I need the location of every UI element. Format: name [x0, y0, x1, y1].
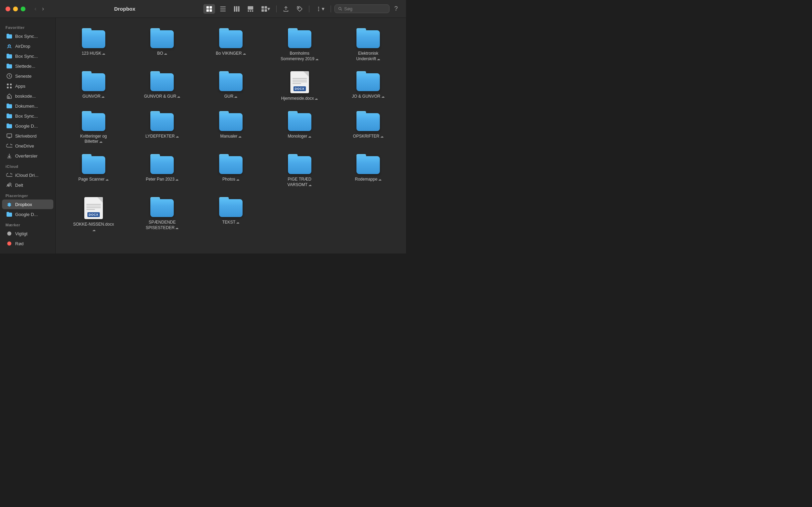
file-item-f9[interactable]: DOCX Hjemmeside.docx☁ [269, 68, 331, 104]
cloud-badge: ☁ [308, 183, 312, 187]
file-item-f6[interactable]: GUNVOR☁ [63, 68, 125, 104]
sidebar-item-google-d2[interactable]: Google D... [2, 209, 53, 219]
file-label: 123 HUSK☁ [82, 51, 105, 56]
back-button[interactable]: ‹ [32, 4, 39, 13]
file-grid: 123 HUSK☁ BO☁ Bo VIKINGER☁ Bornholms Som… [56, 18, 406, 254]
svg-rect-6 [220, 11, 226, 11]
gallery-view-button[interactable] [245, 4, 256, 14]
sidebar-item-label: iCloud Dri... [15, 173, 39, 178]
file-item-f22[interactable]: SPÆNDENDE SPISESTEDER☁ [131, 194, 193, 235]
file-item-f19[interactable]: PIGE TRÆD VARSOMT☁ [269, 151, 331, 190]
file-label: Elektronisk Underskrift☁ [348, 51, 389, 62]
svg-point-19 [318, 7, 319, 8]
file-item-f15[interactable]: OPSKRIFTER☁ [337, 108, 399, 147]
file-item-f23[interactable]: TEKST☁ [200, 194, 262, 235]
list-view-button[interactable] [217, 4, 229, 14]
sidebar-section-placeringer: Placeringer [0, 190, 55, 199]
search-input[interactable] [344, 6, 386, 11]
sidebar-item-rod[interactable]: Rød [2, 239, 53, 248]
close-button[interactable] [6, 7, 10, 11]
file-label: Page Scanner☁ [78, 177, 109, 182]
titlebar: ‹ › Dropbox [0, 0, 406, 18]
folder-icon [6, 211, 12, 217]
sidebar-item-dokumenter[interactable]: Dokumen... [2, 101, 53, 111]
separator [276, 6, 277, 12]
file-item-f20[interactable]: Rodemappe☁ [337, 151, 399, 190]
column-view-button[interactable] [231, 4, 243, 14]
file-item-f4[interactable]: Bornholms Sommerrevy 2019☁ [269, 25, 331, 64]
cloud-badge: ☁ [236, 220, 239, 225]
sidebar-item-label: Delt [15, 183, 23, 188]
file-item-f1[interactable]: 123 HUSK☁ [63, 25, 125, 64]
file-item-f16[interactable]: Page Scanner☁ [63, 151, 125, 190]
more-view-button[interactable]: ▾ [258, 4, 273, 14]
svg-point-21 [318, 10, 319, 11]
file-label: SPÆNDENDE SPISESTEDER☁ [141, 220, 183, 230]
maximize-button[interactable] [21, 7, 25, 11]
file-item-f18[interactable]: Photos☁ [200, 151, 262, 190]
folder-icon [150, 154, 174, 174]
sidebar-item-boskode[interactable]: boskode... [2, 91, 53, 101]
sidebar-item-skrivebord[interactable]: Skrivebord [2, 131, 53, 141]
sidebar-item-vigtigt[interactable]: Vigtigt [2, 229, 53, 238]
folder-icon [219, 111, 243, 131]
svg-rect-2 [206, 9, 209, 12]
svg-line-23 [341, 9, 342, 10]
file-item-f8[interactable]: GUR☁ [200, 68, 262, 104]
svg-point-22 [339, 7, 341, 10]
file-item-f13[interactable]: Manualer☁ [200, 108, 262, 147]
sidebar-item-label: boskode... [15, 94, 36, 99]
sidebar-item-dropbox[interactable]: Dropbox [2, 199, 53, 209]
file-item-f2[interactable]: BO☁ [131, 25, 193, 64]
folder-icon [82, 71, 105, 91]
file-item-f12[interactable]: LYDEFFEKTER☁ [131, 108, 193, 147]
shared-icon [6, 182, 12, 188]
file-item-f14[interactable]: Monologer☁ [269, 108, 331, 147]
sidebar-item-delt[interactable]: Delt [2, 180, 53, 190]
sidebar-item-label: Apps [15, 84, 25, 89]
help-button[interactable]: ? [392, 4, 400, 14]
sidebar-item-slettede[interactable]: Slettede... [2, 61, 53, 71]
file-item-f17[interactable]: Peter Pan 2023☁ [131, 151, 193, 190]
folder-icon [6, 53, 12, 59]
file-item-f7[interactable]: GUNVOR & GUR☁ [131, 68, 193, 104]
file-item-f21[interactable]: DOCX SOKKE-NISSEN.docx☁ [63, 194, 125, 235]
sidebar-item-box-sync-3[interactable]: Box Sync... [2, 111, 53, 121]
sidebar-item-label: Skrivebord [15, 133, 36, 139]
sidebar-item-airdrop[interactable]: AirDrop [2, 41, 53, 51]
forward-button[interactable]: › [40, 4, 46, 13]
more-actions-button[interactable]: ▾ [313, 4, 327, 14]
share-button[interactable] [280, 4, 292, 14]
minimize-button[interactable] [13, 7, 18, 11]
sidebar-item-google-d[interactable]: Google D... [2, 121, 53, 131]
search-box[interactable] [334, 4, 389, 13]
sidebar-item-icloud-drive[interactable]: iCloud Dri... [2, 170, 53, 180]
folder-icon [356, 71, 380, 91]
sidebar-item-apps[interactable]: Apps [2, 81, 53, 91]
file-item-f5[interactable]: Elektronisk Underskrift☁ [337, 25, 399, 64]
file-item-f10[interactable]: JO & GUNVOR☁ [337, 68, 399, 104]
svg-point-20 [318, 8, 319, 9]
cloud-badge: ☁ [314, 96, 318, 101]
sidebar-item-box-sync-1[interactable]: Box Sync... [2, 31, 53, 41]
svg-rect-31 [7, 134, 12, 137]
sidebar-item-overforsler[interactable]: Overførsler [2, 151, 53, 161]
folder-icon [288, 154, 311, 174]
main-area: Favoritter Box Sync... AirDrop Box Sync.… [0, 18, 406, 254]
svg-rect-13 [252, 10, 253, 12]
grid-view-button[interactable] [203, 4, 215, 14]
svg-rect-10 [248, 6, 253, 10]
cloud-badge: ☁ [102, 51, 105, 56]
file-item-f3[interactable]: Bo VIKINGER☁ [200, 25, 262, 64]
file-item-f11[interactable]: Kvitteringer og Billetter☁ [63, 108, 125, 147]
svg-rect-27 [10, 84, 12, 85]
svg-rect-15 [265, 6, 267, 9]
sidebar-section-favoritter: Favoritter [0, 22, 55, 31]
folder-icon [219, 197, 243, 217]
file-label: OPSKRIFTER☁ [353, 134, 384, 139]
sidebar-item-seneste[interactable]: Seneste [2, 71, 53, 81]
file-label: Peter Pan 2023☁ [146, 177, 179, 182]
tag-button[interactable] [294, 4, 306, 14]
sidebar-item-onedrive[interactable]: OneDrive [2, 141, 53, 151]
sidebar-item-box-sync-2[interactable]: Box Sync... [2, 51, 53, 61]
